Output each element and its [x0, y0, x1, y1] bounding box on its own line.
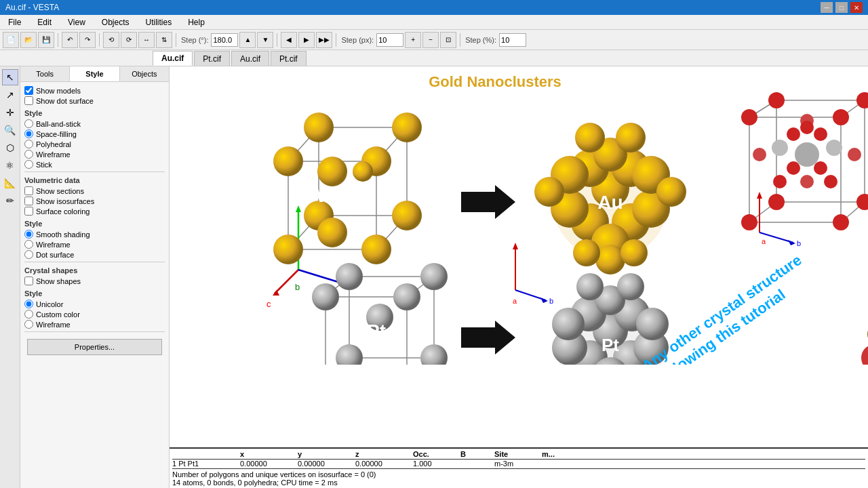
show-dot-surface-label[interactable]: Show dot surface: [36, 97, 94, 105]
svg-point-99: [336, 344, 363, 365]
volumetric-section-title: Volumetric data: [24, 176, 165, 184]
svg-marker-79: [788, 240, 795, 245]
svg-text:a: a: [513, 297, 517, 305]
properties-button[interactable]: Properties...: [27, 339, 162, 355]
surface-coloring-checkbox[interactable]: [24, 207, 33, 216]
ball-stick-row: Ball-and-stick: [24, 119, 165, 128]
stick-label[interactable]: Stick: [36, 161, 52, 169]
vol-wireframe-label[interactable]: Wireframe: [36, 241, 71, 249]
surface-coloring-label[interactable]: Surface coloring: [36, 207, 90, 216]
sidebar-tab-style[interactable]: Style: [70, 66, 119, 81]
toolbar-translate[interactable]: ↔: [138, 32, 155, 48]
zoom-out-btn[interactable]: −: [422, 32, 439, 48]
svg-marker-103: [513, 243, 518, 249]
nife-cluster: NiFe2O4: [861, 298, 868, 365]
show-models-label[interactable]: Show models: [36, 87, 81, 95]
zoom-in-btn[interactable]: +: [405, 32, 421, 48]
space-filling-radio[interactable]: [24, 129, 33, 138]
toolbar-next[interactable]: ▶▶: [316, 32, 332, 48]
bond-tool[interactable]: ⬡: [2, 140, 18, 156]
step-deg-input[interactable]: [211, 33, 238, 47]
sidebar-tab-objects[interactable]: Objects: [120, 66, 169, 81]
toolbar-save[interactable]: 💾: [38, 32, 54, 48]
show-shapes-label[interactable]: Show shapes: [36, 277, 81, 285]
ball-stick-radio[interactable]: [24, 119, 33, 128]
maximize-button[interactable]: □: [835, 2, 848, 13]
show-isosurfaces-checkbox[interactable]: [24, 197, 33, 205]
step-up-btn[interactable]: ▲: [239, 32, 256, 48]
menu-utilities[interactable]: Utilities: [140, 16, 178, 28]
minimize-button[interactable]: ─: [821, 2, 833, 13]
stick-radio[interactable]: [24, 160, 33, 169]
show-sections-checkbox[interactable]: [24, 186, 33, 195]
crystal-wireframe-radio[interactable]: [24, 320, 33, 329]
polyhedral-row: Polyhedral: [24, 140, 165, 148]
custom-color-label[interactable]: Custom color: [36, 310, 80, 319]
select-tool[interactable]: ↖: [2, 69, 18, 85]
tab-au-cif-1[interactable]: Au.cif: [153, 51, 193, 66]
toolbar-new[interactable]: 📄: [3, 32, 19, 48]
menubar: File Edit View Objects Utilities Help: [0, 15, 868, 30]
toolbar-undo[interactable]: ↶: [62, 32, 78, 48]
measure-tool[interactable]: 📐: [2, 175, 18, 191]
tab-au-cif-2[interactable]: Au.cif: [231, 51, 269, 66]
menu-objects[interactable]: Objects: [96, 16, 135, 28]
close-button[interactable]: ✕: [850, 2, 863, 13]
status-col-misc: m...: [542, 450, 555, 458]
custom-color-radio[interactable]: [24, 310, 33, 319]
svg-point-66: [800, 175, 814, 188]
show-isosurfaces-label[interactable]: Show isosurfaces: [36, 197, 94, 205]
au-atom-6: [392, 113, 422, 142]
step-px-input[interactable]: [376, 33, 403, 47]
menu-file[interactable]: File: [3, 16, 26, 28]
ball-stick-label[interactable]: Ball-and-stick: [36, 120, 81, 128]
polyhedral-radio[interactable]: [24, 140, 33, 148]
pt-cluster-label: Pt: [601, 335, 619, 355]
menu-view[interactable]: View: [62, 16, 91, 28]
status-info: Number of polygons and unique vertices o…: [172, 470, 865, 487]
show-sections-label[interactable]: Show sections: [36, 187, 84, 195]
vol-wireframe-radio[interactable]: [24, 240, 33, 249]
unicolor-label[interactable]: Unicolor: [36, 300, 63, 308]
step-down-btn[interactable]: ▼: [257, 32, 273, 48]
pointer-tool[interactable]: ↗: [2, 87, 18, 103]
canvas-view[interactable]: Gold Nanoclusters: [170, 66, 868, 447]
menu-edit[interactable]: Edit: [32, 16, 57, 28]
svg-point-62: [814, 127, 827, 141]
toolbar-rotate-left[interactable]: ⟲: [103, 32, 119, 48]
pt-cluster: Pt: [552, 273, 669, 365]
show-models-checkbox[interactable]: [24, 86, 33, 95]
move-tool[interactable]: ✛: [2, 104, 18, 121]
smooth-shading-radio[interactable]: [24, 230, 33, 239]
toolbar-redo[interactable]: ↷: [79, 32, 96, 48]
show-dot-surface-checkbox[interactable]: [24, 96, 33, 105]
dot-surface-label[interactable]: Dot surface: [36, 251, 74, 259]
smooth-shading-label[interactable]: Smooth shading: [36, 230, 90, 239]
show-shapes-checkbox[interactable]: [24, 277, 33, 285]
svg-point-98: [420, 263, 448, 290]
draw-tool[interactable]: ✏: [2, 192, 18, 209]
zoom-fit-btn[interactable]: ⊡: [440, 32, 456, 48]
wireframe-label[interactable]: Wireframe: [36, 150, 71, 159]
svg-point-97: [336, 263, 363, 290]
atom-tool[interactable]: ⚛: [2, 157, 18, 174]
toolbar-prev[interactable]: ◀: [281, 32, 297, 48]
toolbar-play[interactable]: ▶: [298, 32, 315, 48]
search-tool[interactable]: 🔍: [2, 122, 18, 138]
sidebar-tab-tools[interactable]: Tools: [20, 66, 70, 81]
step-pct-input[interactable]: [499, 33, 526, 47]
polyhedral-label[interactable]: Polyhedral: [36, 140, 71, 148]
toolbar-open[interactable]: 📂: [20, 32, 37, 48]
dot-surface-radio[interactable]: [24, 250, 33, 259]
toolbar-rotate-right[interactable]: ⟳: [121, 32, 137, 48]
tab-pt-cif-2[interactable]: Pt.cif: [271, 51, 307, 66]
svg-point-61: [787, 127, 800, 141]
crystal-wireframe-label[interactable]: Wireframe: [36, 321, 71, 329]
toolbar-flip[interactable]: ⇅: [156, 32, 172, 48]
sidebar-content: Show models Show dot surface Style Ball-…: [20, 82, 169, 488]
wireframe-radio[interactable]: [24, 150, 33, 159]
tab-pt-cif-1[interactable]: Pt.cif: [194, 51, 230, 66]
unicolor-radio[interactable]: [24, 300, 33, 308]
menu-help[interactable]: Help: [182, 16, 210, 28]
space-filling-label[interactable]: Space-filling: [36, 130, 77, 138]
